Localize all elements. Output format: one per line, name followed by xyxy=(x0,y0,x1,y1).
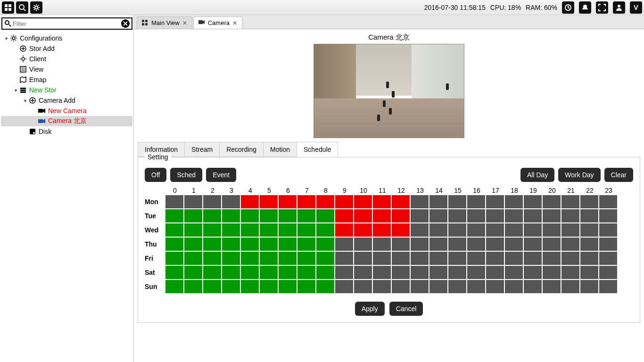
schedule-cell[interactable] xyxy=(184,195,202,208)
tab-main-view[interactable]: Main View ✕ xyxy=(137,16,192,29)
close-icon[interactable]: ✕ xyxy=(182,20,187,26)
schedule-cell[interactable] xyxy=(467,280,485,293)
schedule-cell[interactable] xyxy=(411,195,429,208)
schedule-cell[interactable] xyxy=(448,209,466,222)
schedule-cell[interactable] xyxy=(467,238,485,251)
subtab-stream[interactable]: Stream xyxy=(184,142,220,157)
tree-configurations[interactable]: ▾ Configurations xyxy=(1,33,132,43)
schedule-cell[interactable] xyxy=(203,223,221,237)
schedule-cell[interactable] xyxy=(335,195,353,208)
settings-gear-icon[interactable] xyxy=(30,1,42,14)
camera-preview[interactable] xyxy=(314,44,464,138)
schedule-cell[interactable] xyxy=(203,280,221,293)
mode-off-button[interactable]: Off xyxy=(145,168,166,182)
chevron-down-icon[interactable]: ▾ xyxy=(3,36,9,41)
schedule-cell[interactable] xyxy=(373,223,391,237)
mode-sched-button[interactable]: Sched xyxy=(170,168,202,182)
schedule-cell[interactable] xyxy=(241,195,259,208)
schedule-cell[interactable] xyxy=(241,238,259,251)
schedule-cell[interactable] xyxy=(486,223,504,237)
schedule-cell[interactable] xyxy=(165,252,183,265)
schedule-cell[interactable] xyxy=(316,238,334,251)
close-icon[interactable]: ✕ xyxy=(232,20,237,26)
schedule-cell[interactable] xyxy=(486,238,504,251)
schedule-cell[interactable] xyxy=(486,252,504,265)
schedule-cell[interactable] xyxy=(373,280,391,293)
schedule-cell[interactable] xyxy=(279,266,297,279)
schedule-cell[interactable] xyxy=(297,195,315,208)
schedule-cell[interactable] xyxy=(335,280,353,293)
schedule-cell[interactable] xyxy=(279,223,297,237)
schedule-cell[interactable] xyxy=(599,209,617,222)
schedule-cell[interactable] xyxy=(316,252,334,265)
schedule-cell[interactable] xyxy=(279,238,297,251)
tree-new-stor[interactable]: ▾ New Stor xyxy=(1,85,132,95)
schedule-cell[interactable] xyxy=(505,280,523,293)
subtab-motion[interactable]: Motion xyxy=(263,142,297,157)
schedule-cell[interactable] xyxy=(561,223,579,237)
schedule-cell[interactable] xyxy=(543,266,561,279)
schedule-cell[interactable] xyxy=(448,223,466,237)
schedule-cell[interactable] xyxy=(184,223,202,237)
schedule-cell[interactable] xyxy=(373,238,391,251)
schedule-cell[interactable] xyxy=(524,238,542,251)
schedule-cell[interactable] xyxy=(486,195,504,208)
schedule-cell[interactable] xyxy=(316,209,334,222)
schedule-cell[interactable] xyxy=(373,266,391,279)
schedule-cell[interactable] xyxy=(467,252,485,265)
schedule-cell[interactable] xyxy=(599,195,617,208)
subtab-schedule[interactable]: Schedule xyxy=(297,142,338,157)
clear-filter-icon[interactable] xyxy=(121,19,130,28)
schedule-cell[interactable] xyxy=(335,252,353,265)
schedule-cell[interactable] xyxy=(279,280,297,293)
schedule-cell[interactable] xyxy=(505,238,523,251)
schedule-cell[interactable] xyxy=(297,252,315,265)
schedule-cell[interactable] xyxy=(222,223,240,237)
schedule-cell[interactable] xyxy=(543,280,561,293)
schedule-cell[interactable] xyxy=(448,238,466,251)
schedule-cell[interactable] xyxy=(241,209,259,222)
tree-camera-beijing[interactable]: Camera 北京 xyxy=(1,116,132,126)
schedule-cell[interactable] xyxy=(260,195,278,208)
schedule-cell[interactable] xyxy=(297,266,315,279)
schedule-cell[interactable] xyxy=(543,223,561,237)
schedule-cell[interactable] xyxy=(392,280,410,293)
schedule-cell[interactable] xyxy=(561,209,579,222)
tree-client[interactable]: Client xyxy=(1,54,132,64)
schedule-cell[interactable] xyxy=(580,280,598,293)
schedule-cell[interactable] xyxy=(184,252,202,265)
schedule-cell[interactable] xyxy=(429,195,447,208)
schedule-cell[interactable] xyxy=(222,280,240,293)
schedule-cell[interactable] xyxy=(260,252,278,265)
schedule-cell[interactable] xyxy=(561,195,579,208)
schedule-cell[interactable] xyxy=(165,195,183,208)
schedule-cell[interactable] xyxy=(165,280,183,293)
schedule-cell[interactable] xyxy=(184,280,202,293)
schedule-cell[interactable] xyxy=(411,223,429,237)
schedule-cell[interactable] xyxy=(599,238,617,251)
schedule-cell[interactable] xyxy=(184,238,202,251)
schedule-cell[interactable] xyxy=(392,209,410,222)
schedule-cell[interactable] xyxy=(316,266,334,279)
schedule-cell[interactable] xyxy=(392,223,410,237)
schedule-cell[interactable] xyxy=(335,223,353,237)
schedule-cell[interactable] xyxy=(524,280,542,293)
schedule-cell[interactable] xyxy=(222,266,240,279)
schedule-cell[interactable] xyxy=(335,209,353,222)
cancel-button[interactable]: Cancel xyxy=(389,302,423,316)
schedule-cell[interactable] xyxy=(279,252,297,265)
schedule-cell[interactable] xyxy=(279,209,297,222)
schedule-cell[interactable] xyxy=(580,195,598,208)
schedule-cell[interactable] xyxy=(543,252,561,265)
schedule-cell[interactable] xyxy=(505,209,523,222)
tree-stor-add[interactable]: Stor Add xyxy=(1,43,132,54)
schedule-cell[interactable] xyxy=(222,195,240,208)
schedule-cell[interactable] xyxy=(354,280,372,293)
schedule-cell[interactable] xyxy=(165,209,183,222)
tree-new-camera[interactable]: New Camera xyxy=(1,106,132,116)
schedule-cell[interactable] xyxy=(486,209,504,222)
schedule-cell[interactable] xyxy=(203,252,221,265)
schedule-cell[interactable] xyxy=(599,266,617,279)
schedule-cell[interactable] xyxy=(599,223,617,237)
schedule-cell[interactable] xyxy=(580,223,598,237)
